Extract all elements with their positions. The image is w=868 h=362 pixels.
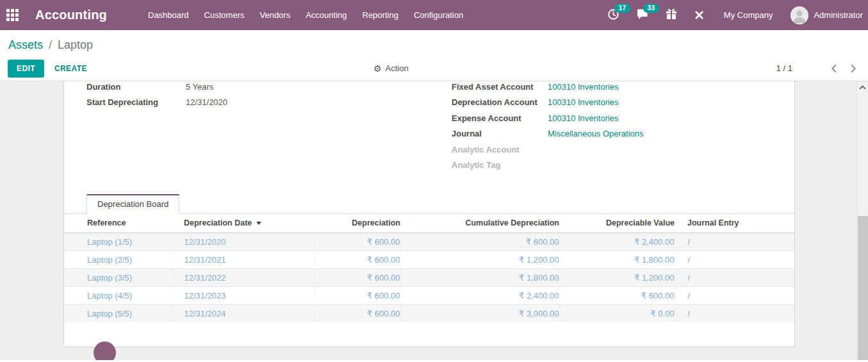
cell-depreciable-value: ₹ 2,400.00 — [559, 233, 675, 251]
pager-arrows — [831, 64, 856, 73]
vertical-scrollbar[interactable] — [856, 81, 868, 360]
pager-counter: 1 / 1 — [776, 63, 792, 73]
breadcrumb-separator: / — [46, 38, 54, 51]
cell-reference: Laptop (2/5) — [64, 251, 173, 268]
account-link[interactable]: 100310 Inventories — [548, 113, 619, 123]
table-row[interactable]: Laptop (1/5)12/31/2020₹ 600.00₹ 600.00₹ … — [64, 233, 794, 251]
cell-depreciation-date: 12/31/2023 — [173, 286, 314, 304]
cell-depreciation-date: 12/31/2022 — [173, 268, 314, 286]
column-header-journal-entry[interactable]: Journal Entry — [675, 214, 794, 233]
field-label: Fixed Asset Account — [452, 82, 548, 92]
cell-journal-entry: / — [675, 233, 794, 251]
cell-depreciable-value: ₹ 1,200.00 — [559, 268, 675, 286]
cell-journal-entry: / — [675, 268, 794, 286]
cell-depreciation: ₹ 600.00 — [314, 286, 400, 304]
cell-depreciation: ₹ 600.00 — [314, 268, 400, 286]
field-label: Analytic Tag — [452, 160, 548, 170]
field-fixed-asset-account: Fixed Asset Account 100310 Inventories — [452, 81, 794, 95]
field-label: Duration — [86, 82, 186, 92]
account-link[interactable]: 100310 Inventories — [548, 82, 619, 92]
nav-item-configuration[interactable]: Configuration — [406, 10, 471, 20]
company-switcher[interactable]: My Company — [724, 10, 773, 20]
navbar-right: 17 33 — [591, 6, 863, 24]
debug-tools-icon[interactable] — [694, 10, 705, 21]
column-header-depreciation-date[interactable]: Depreciation Date — [173, 214, 314, 233]
field-analytic-tag: Analytic Tag — [452, 158, 794, 174]
scrollbar-thumb[interactable] — [858, 216, 868, 360]
breadcrumb: Assets / Laptop — [0, 30, 868, 56]
chevron-right-icon[interactable] — [851, 64, 856, 73]
cell-depreciable-value: ₹ 1,800.00 — [559, 251, 675, 268]
rewards-menu[interactable] — [666, 8, 677, 22]
depreciation-table-body: Laptop (1/5)12/31/2020₹ 600.00₹ 600.00₹ … — [64, 233, 794, 322]
column-header-depreciable-value[interactable]: Depreciable Value — [559, 214, 675, 233]
column-header-depreciation[interactable]: Depreciation — [314, 214, 400, 233]
field-start-depreciating: Start Depreciating 12/31/2020 — [86, 95, 429, 111]
nav-item-dashboard[interactable]: Dashboard — [140, 10, 197, 20]
journal-link[interactable]: Miscellaneous Operations — [548, 129, 644, 138]
main-menu: Dashboard Customers Vendors Accounting R… — [140, 10, 471, 20]
nav-item-reporting[interactable]: Reporting — [355, 10, 406, 20]
cell-journal-entry: / — [675, 251, 794, 268]
field-depreciation-account: Depreciation Account 100310 Inventories — [452, 95, 794, 111]
cell-journal-entry: / — [675, 304, 794, 322]
cell-reference: Laptop (4/5) — [64, 286, 173, 304]
floating-avatar-button[interactable] — [94, 341, 116, 360]
table-header-row: Reference Depreciation Date Depreciation… — [64, 214, 794, 233]
gear-icon: ⚙ — [373, 63, 382, 74]
cell-depreciation: ₹ 600.00 — [314, 233, 400, 251]
content-area: Duration 5 Years Start Depreciating 12/3… — [0, 81, 868, 360]
field-label: Depreciation Account — [452, 97, 548, 107]
breadcrumb-assets-link[interactable]: Assets — [8, 38, 43, 51]
user-menu[interactable]: Administrator — [790, 6, 863, 24]
user-avatar-icon — [790, 6, 808, 24]
field-label: Analytic Account — [452, 145, 548, 154]
nav-item-vendors[interactable]: Vendors — [252, 10, 298, 20]
messages-menu[interactable]: 33 — [636, 8, 649, 22]
control-panel: EDIT CREATE ⚙ Action 1 / 1 — [0, 56, 868, 81]
tab-depreciation-board[interactable]: Depreciation Board — [86, 194, 179, 214]
nav-item-accounting[interactable]: Accounting — [298, 10, 354, 20]
cell-cumulative-depreciation: ₹ 1,800.00 — [400, 268, 559, 286]
table-row[interactable]: Laptop (3/5)12/31/2022₹ 600.00₹ 1,800.00… — [64, 268, 794, 286]
field-label: Start Depreciating — [86, 97, 186, 107]
table-row[interactable]: Laptop (5/5)12/31/2024₹ 600.00₹ 3,000.00… — [64, 304, 794, 322]
scrollbar-up-arrow[interactable] — [857, 85, 868, 90]
breadcrumb-current-record: Laptop — [58, 38, 93, 51]
field-label: Journal — [452, 129, 548, 138]
cell-depreciation-date: 12/31/2021 — [173, 251, 314, 268]
chevron-left-icon[interactable] — [831, 64, 837, 73]
cell-journal-entry: / — [675, 286, 794, 304]
column-header-cumulative-depreciation[interactable]: Cumulative Depreciation — [400, 214, 559, 233]
cell-depreciation-date: 12/31/2024 — [173, 304, 314, 322]
action-menu[interactable]: ⚙ Action — [373, 63, 409, 74]
activity-count-badge: 17 — [614, 4, 630, 13]
action-label: Action — [386, 63, 409, 73]
activity-menu[interactable]: 17 — [607, 8, 619, 22]
edit-button[interactable]: EDIT — [8, 60, 44, 78]
table-row[interactable]: Laptop (4/5)12/31/2023₹ 600.00₹ 2,400.00… — [64, 286, 794, 304]
field-value: 5 Years — [186, 82, 213, 92]
app-name[interactable]: Accounting — [35, 8, 107, 22]
create-button[interactable]: CREATE — [54, 64, 87, 73]
cell-reference: Laptop (1/5) — [64, 233, 173, 251]
field-groups: Duration 5 Years Start Depreciating 12/3… — [64, 81, 794, 173]
cell-depreciation: ₹ 600.00 — [314, 304, 400, 322]
account-link[interactable]: 100310 Inventories — [548, 97, 619, 107]
cell-depreciable-value: ₹ 0.00 — [559, 304, 675, 322]
user-name: Administrator — [814, 10, 863, 20]
cell-reference: Laptop (3/5) — [64, 268, 173, 286]
table-row[interactable]: Laptop (2/5)12/31/2021₹ 600.00₹ 1,200.00… — [64, 251, 794, 268]
top-navbar: Accounting Dashboard Customers Vendors A… — [0, 0, 868, 30]
column-header-reference[interactable]: Reference — [64, 214, 173, 233]
gift-icon — [666, 8, 677, 22]
apps-grid-icon[interactable] — [6, 9, 19, 21]
message-count-badge: 33 — [643, 4, 659, 13]
field-expense-account: Expense Account 100310 Inventories — [452, 110, 794, 126]
sort-caret-down-icon — [256, 222, 261, 225]
nav-item-customers[interactable]: Customers — [197, 10, 252, 20]
depreciation-board-table: Reference Depreciation Date Depreciation… — [64, 214, 794, 322]
form-sheet: Duration 5 Years Start Depreciating 12/3… — [63, 81, 795, 347]
notebook-tab-bar: Depreciation Board — [64, 194, 794, 214]
cell-cumulative-depreciation: ₹ 3,000.00 — [400, 304, 559, 322]
